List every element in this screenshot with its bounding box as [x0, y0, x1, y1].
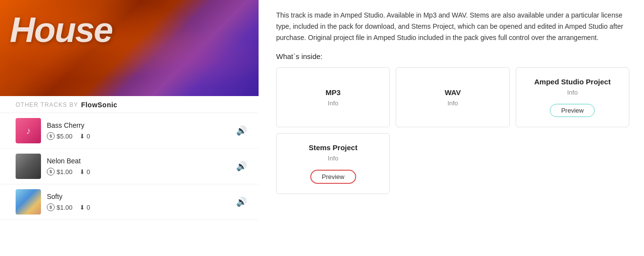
stems-project-card: Stems Project Info Preview: [276, 133, 390, 194]
album-art: House: [0, 0, 259, 96]
left-panel: House OTHER TRACKS BY FlowSonic Bass Che…: [0, 0, 259, 256]
other-tracks-header: OTHER TRACKS BY FlowSonic: [0, 96, 259, 113]
card-amped-title: Amped Studio Project: [534, 78, 611, 86]
cards-grid-row1: MP3 Info WAV Info Amped Studio Project I…: [276, 67, 629, 127]
track-play-button[interactable]: 🔊: [232, 195, 251, 209]
tracks-list-container: Bass Cherry $ $5.00 ⬇ 0 🔊: [0, 113, 259, 256]
list-item[interactable]: Nelon Beat $ $1.00 ⬇ 0 🔊: [0, 149, 259, 184]
whats-inside-label: What`s inside:: [276, 52, 629, 60]
track-info: Softy $ $1.00 ⬇ 0: [47, 193, 226, 211]
track-price: $ $1.00: [47, 203, 73, 211]
track-meta: $ $1.00 ⬇ 0: [47, 203, 226, 211]
track-price: $ $5.00: [47, 132, 73, 140]
download-icon: ⬇: [80, 168, 85, 176]
track-thumbnail: [16, 189, 41, 215]
download-icon: ⬇: [80, 204, 85, 211]
card-amped-subtitle: Info: [567, 89, 578, 96]
artist-name: FlowSonic: [81, 101, 118, 109]
wav-card: WAV Info: [396, 67, 509, 127]
description-text: This track is made in Amped Studio. Avai…: [276, 10, 629, 43]
price-icon: $: [47, 168, 55, 176]
right-panel: This track is made in Amped Studio. Avai…: [259, 0, 644, 256]
track-name: Nelon Beat: [47, 157, 226, 165]
track-thumbnail: [16, 154, 41, 179]
track-price: $ $1.00: [47, 168, 73, 176]
amped-preview-button[interactable]: Preview: [550, 104, 595, 117]
cards-grid-row2: Stems Project Info Preview: [276, 133, 629, 194]
card-stems-title: Stems Project: [309, 143, 358, 152]
track-name: Softy: [47, 193, 226, 200]
other-tracks-label: OTHER TRACKS BY: [16, 101, 78, 108]
album-art-title: House: [10, 10, 112, 50]
track-name: Bass Cherry: [47, 121, 226, 129]
track-meta: $ $1.00 ⬇ 0: [47, 168, 226, 176]
track-meta: $ $5.00 ⬇ 0: [47, 132, 226, 140]
stems-preview-button[interactable]: Preview: [310, 170, 356, 184]
list-item[interactable]: Softy $ $1.00 ⬇ 0 🔊: [0, 184, 259, 220]
track-downloads: ⬇ 0: [80, 204, 90, 211]
card-wav-title: WAV: [444, 88, 461, 97]
track-downloads: ⬇ 0: [80, 133, 90, 140]
card-mp3-subtitle: Info: [328, 99, 339, 107]
tracks-list: Bass Cherry $ $5.00 ⬇ 0 🔊: [0, 113, 259, 256]
card-mp3-title: MP3: [325, 88, 341, 97]
track-info: Nelon Beat $ $1.00 ⬇ 0: [47, 157, 226, 176]
card-wav-subtitle: Info: [447, 99, 458, 107]
list-item[interactable]: Bass Cherry $ $5.00 ⬇ 0 🔊: [0, 113, 259, 149]
track-play-button[interactable]: 🔊: [232, 123, 251, 138]
track-play-button[interactable]: 🔊: [232, 159, 251, 174]
price-icon: $: [47, 203, 55, 211]
track-downloads: ⬇ 0: [80, 168, 90, 176]
amped-studio-card: Amped Studio Project Info Preview: [516, 67, 629, 127]
track-info: Bass Cherry $ $5.00 ⬇ 0: [47, 121, 226, 140]
mp3-card: MP3 Info: [276, 67, 390, 127]
card-stems-subtitle: Info: [328, 155, 339, 162]
download-icon: ⬇: [80, 133, 85, 140]
track-thumbnail: [16, 118, 41, 143]
price-icon: $: [47, 132, 55, 140]
